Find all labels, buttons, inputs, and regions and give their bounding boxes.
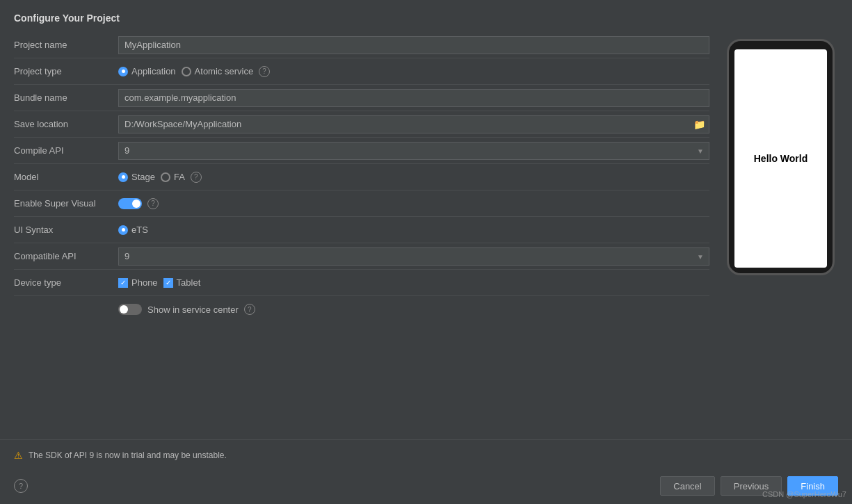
ui-syntax-label: UI Syntax — [14, 225, 118, 235]
footer-help-button[interactable]: ? — [14, 479, 28, 493]
radio-fa-indicator — [161, 172, 170, 182]
project-name-row: Project name — [14, 32, 709, 58]
radio-stage-indicator — [118, 172, 128, 182]
project-type-label: Project type — [14, 66, 118, 76]
compatible-api-select[interactable]: 9 8 7 — [118, 247, 709, 266]
phone-screen-text: Hello World — [754, 153, 808, 164]
warning-icon: ⚠ — [14, 450, 23, 461]
radio-fa-label: FA — [174, 172, 185, 182]
compile-api-control: 9 8 7 ▼ — [118, 142, 709, 160]
compatible-api-label: Compatible API — [14, 251, 118, 261]
phone-checkbox-label: Phone — [131, 277, 158, 288]
project-type-row: Project type Application Atomic service … — [14, 58, 709, 85]
configure-project-dialog: Configure Your Project Project name Proj… — [0, 0, 852, 504]
radio-application-label: Application — [131, 66, 176, 76]
enable-super-visual-row: Enable Super Visual ? — [14, 190, 709, 217]
enable-super-visual-toggle[interactable] — [118, 198, 142, 209]
project-name-input[interactable] — [118, 36, 709, 54]
radio-atomic-label: Atomic service — [195, 66, 254, 76]
compatible-api-row: Compatible API 9 8 7 ▼ — [14, 243, 709, 270]
project-type-help-icon[interactable]: ? — [259, 66, 270, 77]
service-center-help-icon[interactable]: ? — [244, 304, 255, 315]
ui-syntax-row: UI Syntax eTS — [14, 217, 709, 243]
footer-left: ? — [14, 479, 654, 493]
project-type-control: Application Atomic service ? — [118, 66, 709, 77]
model-fa-radio[interactable]: FA — [161, 172, 185, 182]
device-type-row: Device type Phone Tablet — [14, 270, 709, 296]
radio-stage-label: Stage — [131, 172, 155, 182]
warning-bar: ⚠ The SDK of API 9 is now in trial and m… — [14, 446, 838, 465]
watermark: CSDN @SuperHeroWu7 — [762, 490, 846, 498]
project-type-application-radio[interactable]: Application — [118, 66, 176, 76]
save-location-row: Save location 📁 — [14, 111, 709, 138]
bundle-name-input[interactable] — [118, 89, 709, 107]
dialog-title: Configure Your Project — [0, 0, 852, 32]
save-location-control: 📁 — [118, 115, 709, 133]
warning-text: The SDK of API 9 is now in trial and may… — [29, 450, 227, 460]
ui-syntax-control: eTS — [118, 225, 709, 235]
radio-ets-label: eTS — [131, 225, 148, 235]
tablet-checkbox-label: Tablet — [177, 277, 201, 288]
compile-api-row: Compile API 9 8 7 ▼ — [14, 138, 709, 164]
enable-super-visual-label: Enable Super Visual — [14, 198, 118, 209]
preview-panel: Hello World — [723, 32, 838, 439]
project-name-label: Project name — [14, 40, 118, 50]
project-type-atomic-radio[interactable]: Atomic service — [182, 66, 254, 76]
save-location-input[interactable] — [118, 115, 709, 133]
compile-api-select[interactable]: 9 8 7 — [118, 142, 709, 160]
phone-checkbox-indicator — [118, 278, 128, 288]
device-type-label: Device type — [14, 277, 118, 288]
show-service-center-control: Show in service center ? — [118, 304, 709, 315]
save-location-input-wrapper: 📁 — [118, 115, 709, 133]
service-center-toggle-knob — [120, 305, 128, 314]
phone-mockup: Hello World — [727, 39, 835, 275]
model-stage-radio[interactable]: Stage — [118, 172, 155, 182]
tablet-checkbox-indicator — [163, 278, 173, 288]
project-name-control — [118, 36, 709, 54]
form-area: Project name Project type Application At… — [14, 32, 709, 439]
radio-atomic-indicator — [182, 67, 191, 76]
compatible-api-control: 9 8 7 ▼ — [118, 247, 709, 266]
bundle-name-label: Bundle name — [14, 92, 118, 103]
toggle-knob — [132, 200, 140, 208]
compile-api-select-wrapper: 9 8 7 ▼ — [118, 142, 709, 160]
compatible-api-select-wrapper: 9 8 7 ▼ — [118, 247, 709, 266]
show-service-center-label: Show in service center — [147, 304, 239, 315]
dialog-bottom: ⚠ The SDK of API 9 is now in trial and m… — [0, 439, 852, 471]
dialog-footer: ? Cancel Previous Finish — [0, 471, 852, 504]
show-service-center-row: Show in service center ? — [14, 296, 709, 323]
super-visual-help-icon[interactable]: ? — [147, 198, 159, 209]
cancel-button[interactable]: Cancel — [660, 476, 714, 496]
device-phone-checkbox[interactable]: Phone — [118, 277, 158, 288]
radio-ets-indicator — [118, 225, 128, 235]
device-type-control: Phone Tablet — [118, 277, 709, 288]
dialog-body: Project name Project type Application At… — [0, 32, 852, 439]
phone-screen: Hello World — [734, 49, 827, 268]
compile-api-label: Compile API — [14, 145, 118, 156]
ui-syntax-ets-radio[interactable]: eTS — [118, 225, 148, 235]
model-control: Stage FA ? — [118, 172, 709, 183]
save-location-label: Save location — [14, 119, 118, 129]
device-tablet-checkbox[interactable]: Tablet — [163, 277, 201, 288]
folder-browse-button[interactable]: 📁 — [692, 119, 707, 130]
model-label: Model — [14, 172, 118, 182]
enable-super-visual-control: ? — [118, 198, 709, 209]
show-service-center-toggle[interactable] — [118, 304, 142, 315]
bundle-name-control — [118, 89, 709, 107]
model-help-icon[interactable]: ? — [191, 172, 202, 183]
model-row: Model Stage FA ? — [14, 164, 709, 190]
bundle-name-row: Bundle name — [14, 85, 709, 111]
radio-application-indicator — [118, 67, 128, 76]
